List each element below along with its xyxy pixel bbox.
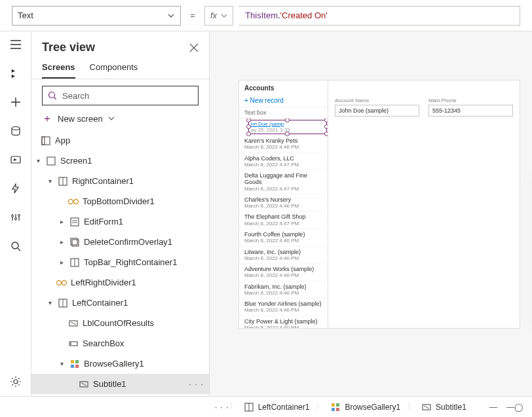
tree-item-searchbox[interactable]: SearchBox: [31, 333, 209, 354]
plus-icon: ＋: [42, 113, 52, 124]
breadcrumb-subtitle1[interactable]: Subtitle1: [415, 399, 473, 415]
divider-icon: [56, 278, 67, 288]
svg-rect-33: [332, 408, 335, 411]
list-item[interactable]: City Power & Light (sample)March 8, 2022…: [239, 316, 328, 328]
tree-item-browsegallery[interactable]: ▾ BrowseGallery1: [31, 354, 209, 374]
close-icon[interactable]: [189, 43, 199, 52]
selection-box[interactable]: [248, 120, 327, 134]
footer-bar: · · · 〉 LeftContainer1 〉 BrowseGallery1 …: [0, 396, 532, 417]
tab-screens[interactable]: Screens: [42, 62, 75, 79]
hamburger-icon[interactable]: [9, 38, 22, 51]
preview-selected-row[interactable]: hn Doe (samp ay 25, 2021 3:33: [239, 118, 328, 136]
media-icon[interactable]: [9, 153, 22, 166]
chevron-down-icon[interactable]: ▾: [46, 299, 54, 306]
tree-view-panel: Tree view Screens Components Search ＋ Ne…: [31, 31, 210, 396]
field-label-accountname: Account Name: [335, 98, 419, 103]
chevron-right-icon[interactable]: ▸: [58, 218, 66, 225]
tree-item-lblcount[interactable]: LblCountOfResults: [31, 313, 209, 333]
fx-button[interactable]: fx: [204, 6, 233, 26]
data-icon[interactable]: [9, 124, 22, 137]
tab-components[interactable]: Components: [90, 62, 138, 79]
tree-item-subtitle1[interactable]: Subtitle1 · · ·: [31, 374, 209, 394]
breadcrumb-browsegallery[interactable]: BrowseGallery1: [324, 399, 407, 415]
svg-rect-26: [75, 365, 79, 368]
svg-rect-9: [42, 137, 45, 145]
list-item[interactable]: Fourth Coffee (sample)March 8, 2022 4:40…: [239, 229, 328, 247]
search-icon[interactable]: [9, 240, 22, 253]
breadcrumb-more[interactable]: · · ·: [215, 403, 229, 412]
canvas-area[interactable]: Accounts + New record Text box hn Doe (s…: [210, 31, 532, 396]
preview-accounts-header: Accounts: [239, 81, 328, 96]
svg-rect-32: [336, 403, 339, 407]
gallery-icon: [69, 359, 80, 369]
chevron-right-icon[interactable]: ▸: [58, 238, 66, 245]
list-item[interactable]: Alpha Coders, LLCMarch 8, 2022 4:47 PM: [239, 153, 328, 171]
field-input-mainphone[interactable]: 555-12345: [428, 105, 513, 117]
preview-list: hn Doe (samp ay 25, 2021 3:33 Karen's Kr…: [239, 118, 328, 328]
breadcrumb-leftcontainer[interactable]: LeftContainer1: [237, 399, 316, 415]
list-item[interactable]: Blue Yonder Airlines (sample)March 8, 20…: [239, 299, 328, 316]
label-icon: [421, 402, 432, 412]
list-item[interactable]: The Elephant Gift ShopMarch 8, 2022 4:47…: [239, 211, 328, 229]
list-item[interactable]: Litware, Inc. (sample)March 8, 2022 4:40…: [239, 247, 328, 264]
equals-label: =: [186, 10, 199, 20]
chevron-down-icon[interactable]: ▾: [58, 360, 66, 367]
tree-item-lrdivider[interactable]: LeftRightDivider1: [31, 272, 209, 293]
tree-item-deleteoverlay[interactable]: ▸ DeleteConfirmOverlay1: [31, 232, 209, 252]
chevron-right-icon[interactable]: ▸: [58, 259, 66, 266]
search-input[interactable]: Search: [42, 86, 199, 105]
label-icon: [79, 379, 89, 390]
left-rail: [0, 31, 31, 396]
gallery-icon: [330, 402, 341, 412]
tree-view-icon[interactable]: [9, 67, 22, 80]
svg-point-5: [12, 242, 18, 249]
tree-body: App ▾ Screen1 ▾ RightContainer1 TopBotto…: [31, 130, 209, 396]
more-icon[interactable]: · · ·: [189, 379, 204, 389]
chevron-down-icon[interactable]: ▾: [34, 157, 42, 164]
list-item[interactable]: Adventure Works (sample)March 8, 2022 4:…: [239, 264, 328, 281]
svg-rect-31: [332, 403, 335, 407]
group-icon: [69, 237, 80, 247]
list-item[interactable]: Charles's NurseryMarch 8, 2022 4:46 PM: [239, 194, 328, 212]
tree-item-editform[interactable]: ▸ EditForm1: [31, 211, 209, 232]
tree-item-screen1[interactable]: ▾ Screen1: [31, 151, 209, 171]
form-icon: [69, 217, 80, 227]
field-input-accountname[interactable]: John Doe (sample): [335, 105, 419, 117]
svg-point-0: [12, 127, 20, 130]
preview-new-record[interactable]: + New record: [239, 96, 328, 107]
divider-icon: [68, 196, 79, 207]
settings-tools-icon[interactable]: [9, 211, 22, 224]
svg-point-6: [14, 380, 18, 384]
svg-rect-8: [42, 137, 50, 145]
list-item[interactable]: Fabrikam, Inc. (sample)March 8, 2022 4:4…: [239, 281, 328, 299]
svg-rect-24: [75, 360, 79, 363]
tree-item-rightcontainer[interactable]: ▾ RightContainer1: [31, 171, 209, 191]
formula-input[interactable]: ThisItem.'Created On': [238, 6, 520, 26]
tree-item-topbarright[interactable]: ▸ TopBar_RightContainer1: [31, 252, 209, 272]
tree-title: Tree view: [42, 41, 95, 54]
app-preview: Accounts + New record Text box hn Doe (s…: [238, 80, 520, 329]
list-item[interactable]: Delta Luggage and Fine GoodsMarch 8, 202…: [239, 170, 328, 194]
field-label-mainphone: Main Phone: [428, 98, 513, 103]
svg-point-3: [14, 218, 16, 220]
tree-item-leftcontainer[interactable]: ▾ LeftContainer1: [31, 293, 209, 313]
footer-slider-icon[interactable]: —◯: [506, 403, 523, 412]
plus-icon[interactable]: [9, 96, 22, 109]
new-screen-button[interactable]: ＋ New screen: [31, 112, 209, 130]
list-item[interactable]: Karen's Kranky PetsMarch 8, 2022 4:46 PM: [239, 136, 328, 153]
container-icon: [58, 298, 68, 308]
chevron-down-icon: [108, 115, 115, 122]
chevron-down-icon: [221, 12, 227, 19]
svg-rect-25: [71, 365, 74, 368]
tree-item-app[interactable]: App: [31, 130, 209, 151]
property-dropdown[interactable]: Text: [12, 6, 181, 26]
chevron-down-icon[interactable]: ▾: [46, 177, 54, 185]
gear-icon[interactable]: [9, 375, 22, 388]
power-icon[interactable]: [9, 182, 22, 195]
container-icon: [69, 257, 80, 268]
label-icon: [68, 318, 79, 329]
chevron-down-icon: [167, 12, 175, 20]
tree-item-tbdivider[interactable]: TopBottomDivider1: [31, 191, 209, 211]
footer-minus-icon[interactable]: —: [489, 403, 497, 412]
svg-point-13: [74, 199, 79, 204]
